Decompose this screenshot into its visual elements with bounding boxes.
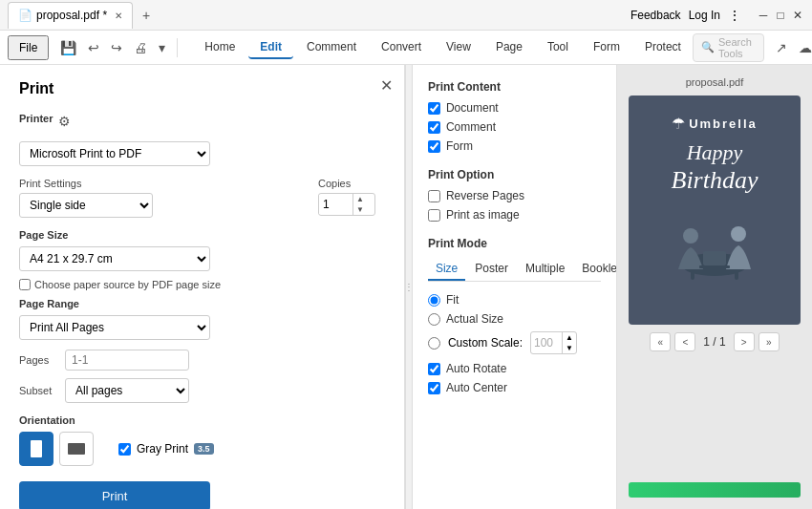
reverse-pages-label: Reverse Pages	[446, 189, 524, 202]
auto-rotate-row: Auto Rotate	[428, 362, 601, 375]
reverse-pages-row: Reverse Pages	[428, 189, 601, 202]
file-menu[interactable]: File	[8, 35, 49, 60]
undo-icon-button[interactable]: ↩	[84, 38, 103, 57]
tab-poster[interactable]: Poster	[467, 258, 516, 281]
pages-input[interactable]	[65, 350, 189, 371]
copies-group: Copies ▲ ▼	[318, 178, 385, 218]
orientation-label: Orientation	[19, 414, 385, 426]
fit-row: Fit	[428, 293, 601, 307]
menu-bar: File 💾 ↩ ↪ 🖨 ▾ Home Edit Comment Convert…	[0, 31, 812, 65]
nav-home[interactable]: Home	[193, 36, 246, 59]
subset-row: Subset All pages	[19, 378, 385, 403]
portrait-icon	[29, 439, 44, 458]
portrait-button[interactable]	[19, 432, 53, 466]
page-size-select[interactable]: A4 21 x 29.7 cm	[19, 246, 210, 271]
nav-view[interactable]: View	[435, 36, 482, 59]
reverse-pages-checkbox[interactable]	[428, 190, 440, 202]
panel-divider[interactable]: ⋮	[405, 65, 413, 509]
choose-paper-checkbox[interactable]	[19, 279, 31, 290]
copies-down-button[interactable]: ▼	[353, 204, 367, 215]
nav-edit[interactable]: Edit	[248, 36, 293, 59]
share-icon-button[interactable]: ↗	[772, 38, 791, 57]
svg-rect-8	[699, 265, 730, 268]
page-range-select[interactable]: Print All Pages	[19, 315, 210, 340]
copies-up-button[interactable]: ▲	[353, 194, 367, 204]
redo-icon-button[interactable]: ↪	[107, 38, 126, 57]
nav-form[interactable]: Form	[582, 36, 631, 59]
document-row: Document	[428, 101, 601, 115]
tab-multiple[interactable]: Multiple	[518, 258, 572, 281]
subset-select[interactable]: All pages	[65, 378, 189, 403]
auto-rotate-label: Auto Rotate	[446, 362, 506, 375]
login-button[interactable]: Log In	[689, 9, 720, 22]
close-window-button[interactable]: ✕	[791, 9, 804, 22]
nav-last-button[interactable]: »	[759, 332, 780, 351]
gray-print-group: Gray Print 3.5	[118, 432, 214, 466]
menu-right-icons: ↗ ☁	[772, 38, 812, 57]
printer-select[interactable]: Microsoft Print to PDF	[19, 141, 210, 166]
save-icon-button[interactable]: 💾	[56, 38, 80, 57]
settings-row: Print Settings Single side Copies ▲ ▼	[19, 178, 385, 218]
nav-comment[interactable]: Comment	[295, 36, 368, 59]
landscape-icon	[67, 441, 86, 456]
svg-rect-7	[703, 251, 726, 265]
auto-center-row: Auto Center	[428, 381, 601, 394]
nav-first-button[interactable]: «	[650, 332, 671, 351]
scale-down-button[interactable]: ▼	[562, 343, 576, 353]
print-as-image-checkbox[interactable]	[428, 209, 440, 222]
form-label: Form	[446, 139, 473, 153]
fit-radio[interactable]	[428, 294, 440, 307]
nav-page[interactable]: Page	[484, 36, 534, 59]
svg-rect-1	[68, 443, 85, 455]
nav-prev-button[interactable]: <	[674, 332, 695, 351]
printer-settings-icon[interactable]: ⚙	[58, 114, 71, 129]
options-panel: Print Content Document Comment Form Prin…	[413, 65, 617, 509]
auto-center-label: Auto Center	[446, 381, 507, 394]
scale-value-input[interactable]	[531, 334, 562, 351]
print-settings-select[interactable]: Single side	[19, 193, 153, 218]
gray-print-label: Gray Print	[137, 442, 188, 456]
print-button[interactable]: Print	[19, 481, 210, 509]
umbrella-name: Umbrella	[689, 117, 758, 131]
feedback-button[interactable]: Feedback	[630, 9, 681, 22]
document-checkbox[interactable]	[428, 102, 440, 115]
cloud-icon-button[interactable]: ☁	[795, 38, 812, 57]
tab-size[interactable]: Size	[428, 258, 465, 281]
print-as-image-label: Print as image	[446, 208, 520, 222]
close-print-panel-button[interactable]: ✕	[380, 76, 393, 95]
tab-close-button[interactable]: ✕	[115, 11, 122, 21]
nav-next-button[interactable]: >	[734, 332, 755, 351]
auto-rotate-checkbox[interactable]	[428, 363, 440, 375]
birthday-text: Happy Birthday	[672, 140, 759, 196]
bottom-strip	[629, 482, 801, 498]
auto-center-checkbox[interactable]	[428, 382, 440, 394]
custom-scale-radio[interactable]	[428, 337, 440, 350]
mode-tabs: Size Poster Multiple Booklet	[428, 258, 601, 282]
nav-tool[interactable]: Tool	[536, 36, 580, 59]
subset-label: Subset	[19, 385, 57, 396]
scale-up-button[interactable]: ▲	[562, 332, 576, 343]
dropdown-icon-button[interactable]: ▾	[155, 38, 169, 57]
actual-size-radio[interactable]	[428, 313, 440, 326]
copies-input-group: ▲ ▼	[318, 193, 375, 216]
menu-dots-button[interactable]: ⋮	[728, 8, 741, 23]
gray-print-checkbox[interactable]	[118, 443, 131, 456]
tab-booklet[interactable]: Booklet	[574, 258, 617, 281]
nav-protect[interactable]: Protect	[633, 36, 693, 59]
minimize-button[interactable]: ─	[757, 9, 770, 22]
search-tools-box[interactable]: 🔍 Search Tools	[693, 33, 764, 62]
print-title: Print	[19, 80, 385, 97]
new-tab-button[interactable]: +	[135, 4, 158, 27]
nav-convert[interactable]: Convert	[370, 36, 433, 59]
svg-rect-0	[31, 440, 42, 457]
comment-checkbox[interactable]	[428, 121, 440, 134]
print-icon-button[interactable]: 🖨	[130, 38, 151, 57]
search-tools-label: Search Tools	[718, 36, 752, 59]
copies-field[interactable]	[319, 195, 353, 214]
landscape-button[interactable]	[59, 432, 94, 466]
toolbar-icons: 💾 ↩ ↪ 🖨 ▾	[49, 38, 178, 57]
active-tab[interactable]: 📄 proposal.pdf * ✕	[8, 2, 133, 29]
comment-row: Comment	[428, 120, 601, 134]
form-checkbox[interactable]	[428, 140, 440, 153]
maximize-button[interactable]: □	[774, 9, 787, 22]
